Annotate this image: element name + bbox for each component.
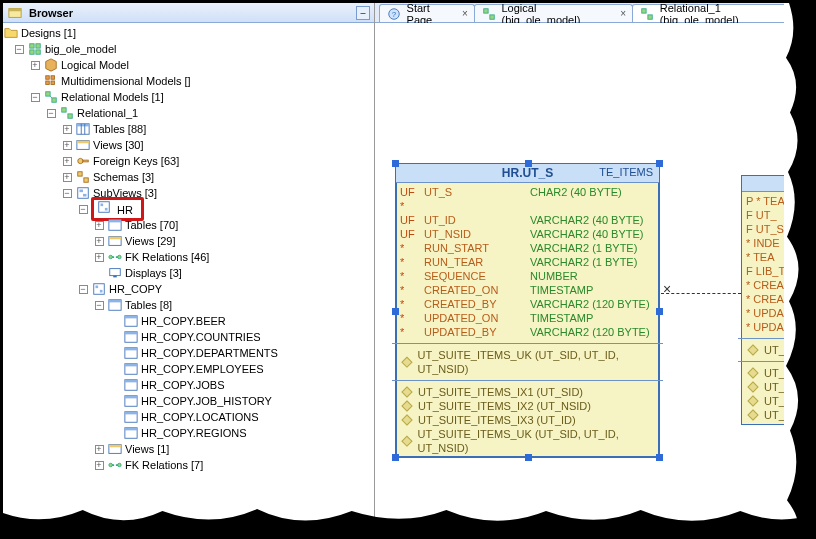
svg-rect-25 — [78, 188, 89, 199]
tree-root-designs[interactable]: Designs [1] — [3, 25, 374, 41]
close-icon[interactable]: × — [462, 8, 468, 19]
svg-rect-10 — [46, 92, 50, 96]
tree-node-relational1[interactable]: − Relational_1 — [3, 105, 374, 121]
browser-tab-header: Browser – — [3, 3, 374, 23]
entity-table[interactable]: HR.UT_S TE_ITEMS UF *UT_SCHAR2 (40 BYTE)… — [395, 163, 660, 458]
subview-icon — [96, 200, 112, 214]
tree-node-hr-displays3[interactable]: Displays [3] — [3, 265, 374, 281]
tree-node-hrcopy-tables8[interactable]: − Tables [8] — [3, 297, 374, 313]
svg-rect-1 — [9, 8, 21, 11]
svg-rect-20 — [77, 141, 89, 144]
key-icon — [75, 154, 91, 168]
link-icon — [107, 250, 123, 264]
svg-rect-32 — [109, 220, 121, 223]
torn-edge-decoration — [784, 3, 816, 539]
close-icon[interactable]: × — [620, 8, 626, 19]
entity-index: UT_SUITE_ITEMS_IX2 (UT_NSID) — [400, 399, 655, 413]
tab-logical[interactable]: Logical (big_ole_model)× — [474, 4, 633, 22]
table-icon — [123, 410, 139, 424]
diagram-canvas[interactable]: HR.UT_S TE_ITEMS UF *UT_SCHAR2 (40 BYTE)… — [375, 23, 816, 539]
entity-column: *CREATED_BYVARCHAR2 (120 BYTE) — [400, 297, 655, 311]
tree-node-hr-views29[interactable]: + Views [29] — [3, 233, 374, 249]
table-icon — [107, 218, 123, 232]
subview-icon — [91, 282, 107, 296]
svg-rect-45 — [125, 316, 137, 319]
table-icon — [123, 314, 139, 328]
svg-point-62 — [109, 463, 113, 467]
table-icon — [107, 298, 123, 312]
svg-rect-59 — [125, 428, 137, 431]
grid-icon — [639, 7, 655, 21]
svg-rect-51 — [125, 364, 137, 367]
editor-area: ? Start Page× Logical (big_ole_model)× R… — [375, 3, 816, 539]
svg-rect-8 — [46, 81, 50, 85]
tree-node-hrcopy-fk7[interactable]: + FK Relations [7] — [3, 457, 374, 473]
tree-node-hr-fk46[interactable]: + FK Relations [46] — [3, 249, 374, 265]
svg-text:?: ? — [392, 9, 397, 18]
tree-node-schemas3[interactable]: + Schemas [3] — [3, 169, 374, 185]
tree-leaf-table[interactable]: HR_COPY.COUNTRIES — [3, 329, 374, 345]
svg-rect-29 — [101, 204, 104, 207]
display-icon — [107, 266, 123, 280]
table-icon — [123, 426, 139, 440]
tree-node-views30[interactable]: + Views [30] — [3, 137, 374, 153]
svg-rect-16 — [77, 124, 89, 127]
svg-rect-49 — [125, 348, 137, 351]
tab-start-page[interactable]: ? Start Page× — [379, 4, 475, 22]
tree-node-hr[interactable]: − HR — [3, 201, 374, 217]
svg-rect-55 — [125, 396, 137, 399]
tree[interactable]: Designs [1] − big_ole_model + Logical Mo… — [3, 23, 374, 539]
entity-index: UT_SUITE_ITEMS_IX1 (UT_SID) — [400, 385, 655, 399]
tree-leaf-table[interactable]: HR_COPY.DEPARTMENTS — [3, 345, 374, 361]
svg-rect-61 — [109, 445, 121, 448]
svg-rect-41 — [100, 290, 103, 293]
subview-icon — [75, 186, 91, 200]
table-icon — [123, 394, 139, 408]
tree-node-hrcopy[interactable]: − HR_COPY — [3, 281, 374, 297]
browser-icon — [7, 6, 23, 20]
svg-rect-66 — [483, 8, 487, 12]
svg-rect-23 — [78, 172, 82, 176]
tree-leaf-table[interactable]: HR_COPY.EMPLOYEES — [3, 361, 374, 377]
svg-point-36 — [118, 255, 122, 259]
editor-tabstrip: ? Start Page× Logical (big_ole_model)× R… — [375, 3, 816, 23]
svg-rect-69 — [648, 14, 652, 18]
svg-rect-43 — [109, 300, 121, 303]
tree-node-hr-tables70[interactable]: + Tables [70] — [3, 217, 374, 233]
svg-point-35 — [109, 255, 113, 259]
entity-column: *UPDATED_BYVARCHAR2 (120 BYTE) — [400, 325, 655, 339]
schema-icon — [75, 170, 91, 184]
tree-leaf-table[interactable]: HR_COPY.REGIONS — [3, 425, 374, 441]
tree-node-hrcopy-views1[interactable]: + Views [1] — [3, 441, 374, 457]
svg-point-63 — [118, 463, 122, 467]
svg-rect-34 — [109, 237, 121, 240]
link-icon — [107, 458, 123, 472]
svg-rect-4 — [30, 50, 34, 54]
tree-leaf-table[interactable]: HR_COPY.JOB_HISTORY — [3, 393, 374, 409]
grid-green-icon — [43, 90, 59, 104]
minimize-button[interactable]: – — [356, 6, 370, 20]
tree-node-multidim[interactable]: Multidimensional Models [] — [3, 73, 374, 89]
view-icon — [75, 138, 91, 152]
browser-title: Browser — [29, 7, 73, 19]
tree-node-subviews3[interactable]: − SubViews [3] — [3, 185, 374, 201]
model-icon — [27, 42, 43, 56]
torn-edge-decoration — [3, 505, 816, 539]
svg-rect-38 — [113, 276, 117, 278]
table-icon — [75, 122, 91, 136]
tree-leaf-table[interactable]: HR_COPY.BEER — [3, 313, 374, 329]
tree-node-model[interactable]: − big_ole_model — [3, 41, 374, 57]
tree-node-logical[interactable]: + Logical Model — [3, 57, 374, 73]
tree-node-fk63[interactable]: + Foreign Keys [63] — [3, 153, 374, 169]
svg-rect-14 — [68, 114, 72, 118]
svg-rect-3 — [36, 44, 40, 48]
tree-node-tables88[interactable]: + Tables [88] — [3, 121, 374, 137]
svg-rect-5 — [36, 50, 40, 54]
svg-rect-30 — [105, 208, 108, 211]
tree-leaf-table[interactable]: HR_COPY.JOBS — [3, 377, 374, 393]
svg-rect-47 — [125, 332, 137, 335]
svg-rect-39 — [94, 284, 105, 295]
entity-column: *RUN_STARTVARCHAR2 (1 BYTE) — [400, 241, 655, 255]
tree-leaf-table[interactable]: HR_COPY.LOCATIONS — [3, 409, 374, 425]
tree-node-relmodels[interactable]: − Relational Models [1] — [3, 89, 374, 105]
